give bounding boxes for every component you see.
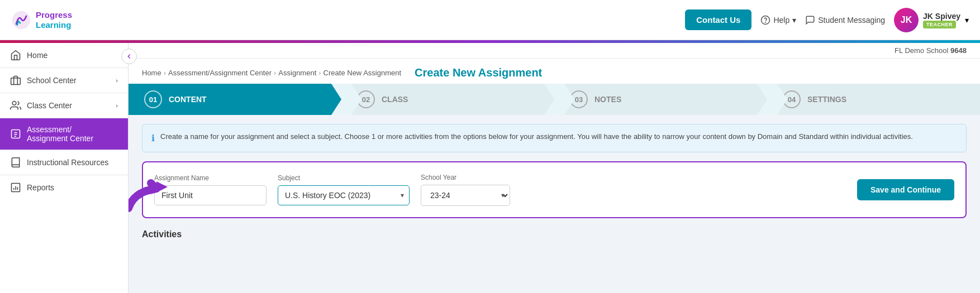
user-role-badge: TEACHER — [923, 21, 956, 28]
help-label: Help — [773, 16, 789, 25]
breadcrumb-row: Home › Assessment/Assignment Center › As… — [129, 59, 980, 84]
assessment-icon — [10, 128, 21, 140]
svg-marker-7 — [156, 181, 168, 193]
school-year-field: School Year 23-24 22-23 21-22 ▾ — [421, 174, 510, 206]
class-icon — [10, 100, 21, 111]
class-center-chevron-icon: › — [116, 102, 118, 109]
school-name: FL Demo School — [895, 46, 948, 55]
svg-point-2 — [765, 22, 766, 22]
form-wrapper: Assignment Name Subject U.S. History EOC… — [129, 158, 980, 225]
sidebar: Home School Center › Class Center › — [0, 43, 129, 293]
school-center-chevron-icon: › — [116, 77, 118, 84]
info-text: Create a name for your assignment and se… — [160, 131, 913, 145]
svg-point-4 — [12, 102, 16, 105]
contact-us-button[interactable]: Contact Us — [685, 9, 751, 30]
user-menu[interactable]: JK JK Spivey TEACHER ▾ — [894, 8, 969, 32]
step-notes[interactable]: 03 NOTES — [554, 84, 767, 115]
sidebar-item-instructional-resources[interactable]: Instructional Resources — [0, 150, 128, 175]
breadcrumb-assignment[interactable]: Assignment — [278, 69, 316, 77]
sidebar-item-assessment-center[interactable]: Assessment/Assignment Center — [0, 118, 128, 150]
user-chevron-icon: ▾ — [965, 16, 969, 25]
sidebar-toggle[interactable] — [121, 49, 137, 64]
step-2-circle: 02 — [357, 90, 375, 108]
subject-select[interactable]: U.S. History EOC (2023) Algebra I (2023)… — [278, 185, 410, 205]
logo[interactable]: Progress Learning — [11, 10, 72, 30]
help-chevron: ▾ — [792, 16, 796, 25]
resources-icon — [10, 157, 21, 168]
svg-rect-5 — [12, 130, 20, 138]
assessment-center-label: Assessment/Assignment Center — [27, 125, 93, 143]
step-4-circle: 04 — [783, 90, 801, 108]
svg-rect-3 — [11, 78, 21, 85]
reports-label: Reports — [27, 183, 54, 192]
home-label: Home — [27, 51, 47, 60]
messaging-label: Student Messaging — [818, 16, 885, 25]
app-header: Progress Learning Contact Us Help ▾ Stud… — [0, 0, 980, 40]
instructional-resources-label: Instructional Resources — [27, 158, 108, 167]
breadcrumb-current: Create New Assignment — [324, 69, 401, 77]
sidebar-item-reports[interactable]: Reports — [0, 175, 128, 200]
step-class[interactable]: 02 CLASS — [341, 84, 554, 115]
class-center-label: Class Center — [27, 101, 72, 110]
student-messaging[interactable]: Student Messaging — [805, 15, 885, 25]
page-title: Create New Assignment — [415, 66, 542, 79]
assignment-form: Assignment Name Subject U.S. History EOC… — [142, 161, 967, 218]
step-settings[interactable]: 04 SETTINGS — [767, 84, 980, 115]
steps-bar: 01 CONTENT 02 CLASS 03 NOTES 04 SETTINGS — [129, 84, 980, 115]
school-year-label: School Year — [421, 174, 510, 181]
header-right: Contact Us Help ▾ Student Messaging JK J… — [685, 8, 969, 32]
school-year-wrap: 23-24 22-23 21-22 ▾ — [421, 185, 510, 206]
reports-icon — [10, 182, 21, 193]
school-icon — [10, 75, 21, 86]
help-icon — [760, 15, 770, 25]
school-year-select[interactable]: 23-24 22-23 21-22 — [421, 185, 510, 206]
step-3-label: NOTES — [594, 95, 621, 104]
step-4-label: SETTINGS — [807, 95, 846, 104]
step-3-circle: 03 — [570, 90, 588, 108]
school-center-label: School Center — [27, 76, 77, 85]
subject-field: Subject U.S. History EOC (2023) Algebra … — [278, 174, 410, 205]
school-number: 9648 — [950, 46, 967, 55]
step-1-label: CONTENT — [169, 95, 207, 104]
step-content[interactable]: 01 CONTENT — [129, 84, 341, 115]
breadcrumb-center[interactable]: Assessment/Assignment Center — [168, 69, 272, 77]
main-content: FL Demo School 9648 Home › Assessment/As… — [129, 43, 980, 293]
home-icon — [10, 50, 21, 61]
info-box: ℹ Create a name for your assignment and … — [142, 124, 967, 152]
breadcrumb-sep-3: › — [318, 69, 321, 77]
step-1-circle: 01 — [144, 90, 162, 108]
help-menu[interactable]: Help ▾ — [760, 15, 796, 25]
breadcrumb-home[interactable]: Home — [142, 69, 161, 77]
step-2-label: CLASS — [382, 95, 408, 104]
logo-icon — [11, 10, 31, 30]
sidebar-item-home[interactable]: Home — [0, 43, 128, 68]
save-continue-button[interactable]: Save and Continue — [857, 179, 954, 200]
arrow-indicator — [129, 169, 190, 214]
subject-label: Subject — [278, 174, 410, 182]
sidebar-item-school-center[interactable]: School Center › — [0, 68, 128, 93]
user-name: JK Spivey — [923, 12, 960, 21]
activities-section-label: Activities — [129, 225, 980, 242]
app-body: Home School Center › Class Center › — [0, 43, 980, 293]
logo-text: Progress Learning — [36, 10, 72, 30]
messaging-icon — [805, 15, 815, 25]
school-bar: FL Demo School 9648 — [129, 43, 980, 59]
user-name-block: JK Spivey TEACHER — [923, 12, 960, 28]
info-icon: ℹ — [151, 132, 155, 145]
avatar: JK — [894, 8, 919, 32]
sidebar-item-class-center[interactable]: Class Center › — [0, 93, 128, 118]
breadcrumb-sep-2: › — [274, 69, 276, 77]
subject-select-wrap: U.S. History EOC (2023) Algebra I (2023)… — [278, 185, 410, 205]
breadcrumb-sep-1: › — [164, 69, 166, 77]
